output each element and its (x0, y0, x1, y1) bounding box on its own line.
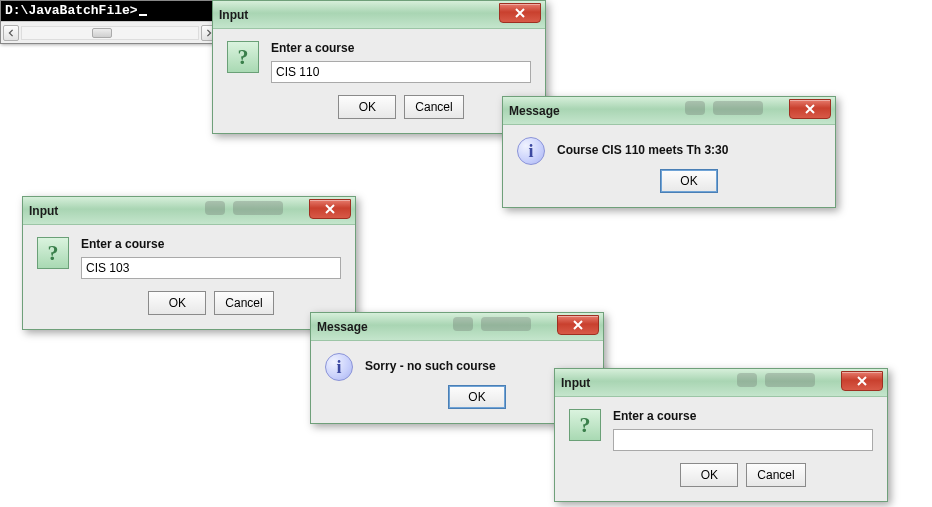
close-button[interactable] (499, 3, 541, 23)
close-button[interactable] (309, 199, 351, 219)
dialog-title: Message (509, 104, 560, 118)
question-icon: ? (37, 237, 69, 269)
prompt-label: Enter a course (271, 41, 531, 55)
input-dialog-1: Input ? Enter a course OK Cancel (212, 0, 546, 134)
console-window: D:\JavaBatchFile> (0, 0, 220, 44)
course-input[interactable] (613, 429, 873, 451)
info-icon: i (517, 137, 545, 165)
close-button[interactable] (841, 371, 883, 391)
prompt-label: Enter a course (81, 237, 341, 251)
scroll-left-button[interactable] (3, 25, 19, 41)
message-text: Course CIS 110 meets Th 3:30 (557, 137, 821, 157)
titlebar[interactable]: Input (555, 369, 887, 397)
dialog-title: Input (29, 204, 58, 218)
console-prompt-text: D:\JavaBatchFile> (5, 3, 138, 18)
console-cursor (139, 14, 147, 16)
titlebar[interactable]: Input (213, 1, 545, 29)
ok-button[interactable]: OK (148, 291, 206, 315)
titlebar[interactable]: Input (23, 197, 355, 225)
info-icon: i (325, 353, 353, 381)
scroll-track[interactable] (21, 26, 199, 40)
course-input[interactable] (271, 61, 531, 83)
scroll-thumb[interactable] (92, 28, 112, 38)
course-input[interactable] (81, 257, 341, 279)
ok-button[interactable]: OK (660, 169, 718, 193)
close-button[interactable] (557, 315, 599, 335)
dialog-title: Input (561, 376, 590, 390)
dialog-title: Input (219, 8, 248, 22)
cancel-button[interactable]: Cancel (214, 291, 273, 315)
question-icon: ? (227, 41, 259, 73)
titlebar[interactable]: Message (503, 97, 835, 125)
ok-button[interactable]: OK (448, 385, 506, 409)
input-dialog-3: Input ? Enter a course OK Cancel (554, 368, 888, 502)
question-icon: ? (569, 409, 601, 441)
message-dialog-1: Message i Course CIS 110 meets Th 3:30 O… (502, 96, 836, 208)
console-scrollbar[interactable] (1, 21, 219, 43)
console-output: D:\JavaBatchFile> (1, 1, 219, 21)
dialog-title: Message (317, 320, 368, 334)
prompt-label: Enter a course (613, 409, 873, 423)
ok-button[interactable]: OK (338, 95, 396, 119)
ok-button[interactable]: OK (680, 463, 738, 487)
cancel-button[interactable]: Cancel (404, 95, 463, 119)
titlebar[interactable]: Message (311, 313, 603, 341)
cancel-button[interactable]: Cancel (746, 463, 805, 487)
close-button[interactable] (789, 99, 831, 119)
input-dialog-2: Input ? Enter a course OK Cancel (22, 196, 356, 330)
